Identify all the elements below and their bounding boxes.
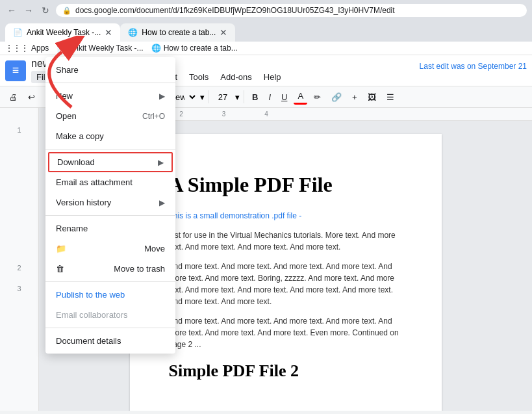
- file-menu-dropdown: Share New ▶ Open Ctrl+O Make a copy Down…: [45, 57, 175, 354]
- url-text: docs.google.com/document/d/1fkz69KeIDBUf…: [75, 6, 395, 15]
- move-icon: 📁: [56, 244, 66, 253]
- bookmarks-bar: ⋮⋮⋮ Apps 📄 Ankit Weekly Task -... 🌐 How …: [0, 42, 532, 55]
- bookmark-apps-label: Apps: [31, 44, 49, 53]
- page-num-3: 3: [17, 285, 21, 292]
- separator-5: [45, 328, 175, 328]
- font-dropdown-arrow[interactable]: ▾: [200, 92, 205, 102]
- new-label: New: [56, 91, 73, 101]
- insert-button[interactable]: +: [348, 90, 361, 104]
- tab-label-1: Ankit Weekly Task -...: [27, 28, 101, 37]
- move-label: Move: [144, 244, 165, 253]
- font-size-input[interactable]: [213, 92, 233, 102]
- doc-heading-2: Simple PDF File 2: [169, 358, 403, 383]
- underline-button[interactable]: U: [277, 90, 291, 104]
- bookmark-2[interactable]: 🌐 How to create a tab...: [151, 44, 238, 53]
- italic-button[interactable]: I: [264, 90, 275, 104]
- bookmark-apps[interactable]: ⋮⋮⋮ Apps: [5, 44, 49, 53]
- download-label: Download: [57, 157, 95, 167]
- tab-favicon-2: 🌐: [128, 28, 138, 37]
- reload-button[interactable]: ↻: [39, 4, 52, 17]
- doc-para-1: just for use in the Virtual Mechanics tu…: [169, 229, 403, 253]
- bookmark-1[interactable]: 📄 Ankit Weekly Task -...: [57, 44, 143, 53]
- tab-close-1[interactable]: ✕: [105, 27, 112, 38]
- version-history-label: Version history: [56, 198, 111, 207]
- browser-nav: ← → ↻ 🔒 docs.google.com/document/d/1fkz6…: [5, 4, 527, 17]
- menu-item-doc-details[interactable]: Document details: [45, 331, 175, 351]
- separator-4: [45, 281, 175, 282]
- trash-icon: 🗑: [56, 264, 64, 274]
- bookmark-2-favicon: 🌐: [151, 44, 161, 53]
- menu-item-email-attachment[interactable]: Email as attachment: [45, 172, 175, 192]
- menu-item-download[interactable]: Download ▶: [48, 152, 173, 172]
- last-edit-link[interactable]: Last edit was on September 21: [420, 62, 527, 71]
- separator-3: [45, 215, 175, 216]
- back-button[interactable]: ←: [5, 4, 18, 17]
- browser-chrome: ← → ↻ 🔒 docs.google.com/document/d/1fkz6…: [0, 0, 532, 55]
- gdocs-logo: ≡: [5, 60, 26, 81]
- highlight-button[interactable]: ✏: [310, 90, 325, 104]
- download-arrow: ▶: [158, 158, 164, 167]
- email-attachment-label: Email as attachment: [56, 177, 133, 187]
- page-sidebar: 1 2 3: [0, 108, 39, 411]
- tab-label-2: How to create a tab...: [142, 28, 216, 37]
- print-button[interactable]: 🖨: [5, 90, 21, 104]
- address-bar[interactable]: 🔒 docs.google.com/document/d/1fkz69KeIDB…: [56, 4, 527, 17]
- menu-item-email-collab: Email collaborators: [45, 305, 175, 325]
- apps-grid-icon: ⋮⋮⋮: [5, 44, 29, 53]
- doc-details-label: Document details: [56, 336, 121, 346]
- share-label: Share: [56, 65, 79, 75]
- version-arrow: ▶: [159, 198, 165, 207]
- menu-item-share[interactable]: Share: [45, 60, 175, 80]
- divider-4: [244, 90, 244, 103]
- new-arrow: ▶: [159, 92, 165, 101]
- tab-2[interactable]: 🌐 How to create a tab... ✕: [120, 23, 235, 42]
- lock-icon: 🔒: [62, 6, 71, 15]
- menu-item-version-history[interactable]: Version history ▶: [45, 192, 175, 213]
- menu-tools[interactable]: Tools: [184, 71, 214, 83]
- page-num-2: 2: [17, 264, 21, 272]
- menu-item-new[interactable]: New ▶: [45, 86, 175, 106]
- image-button[interactable]: 🖼: [364, 90, 380, 104]
- align-button[interactable]: ☰: [383, 90, 398, 104]
- email-collab-label: Email collaborators: [56, 310, 128, 320]
- doc-para-2: And more text. And more text. And more t…: [169, 261, 403, 307]
- font-color-button[interactable]: A: [294, 89, 307, 105]
- divider-3: [209, 90, 209, 103]
- bookmark-2-label: How to create a tab...: [164, 44, 238, 53]
- bookmark-1-favicon: 📄: [57, 44, 66, 53]
- menu-item-open[interactable]: Open Ctrl+O: [45, 106, 175, 126]
- tab-active[interactable]: 📄 Ankit Weekly Task -... ✕: [5, 23, 120, 42]
- move-trash-label: Move to trash: [114, 264, 165, 274]
- doc-body: This is a small demonstration .pdf file …: [169, 210, 403, 383]
- rename-label: Rename: [56, 224, 88, 233]
- doc-para-3: And more text. And more text. And more t…: [169, 315, 403, 350]
- size-dropdown-arrow[interactable]: ▾: [235, 92, 240, 102]
- make-copy-label: Make a copy: [56, 131, 104, 141]
- gdocs-logo-icon: ≡: [12, 64, 19, 77]
- menu-item-rename[interactable]: Rename: [45, 218, 175, 239]
- menu-help[interactable]: Help: [259, 71, 286, 83]
- link-button[interactable]: 🔗: [327, 90, 346, 104]
- bold-button[interactable]: B: [248, 90, 262, 104]
- bookmark-1-label: Ankit Weekly Task -...: [69, 44, 143, 53]
- doc-page: A Simple PDF File This is a small demons…: [130, 134, 442, 411]
- tabs-bar: 📄 Ankit Weekly Task -... ✕ 🌐 How to crea…: [5, 23, 527, 42]
- separator-1: [45, 83, 175, 83]
- doc-blue-text: This is a small demonstration .pdf file …: [169, 210, 403, 222]
- menu-item-move-trash[interactable]: 🗑 Move to trash: [45, 259, 175, 279]
- menu-item-make-copy[interactable]: Make a copy: [45, 126, 175, 146]
- page-num-1: 1: [17, 126, 21, 134]
- open-label: Open: [56, 111, 77, 121]
- doc-heading-1: A Simple PDF File: [169, 173, 403, 197]
- menu-addons[interactable]: Add-ons: [215, 71, 257, 83]
- separator-2: [45, 149, 175, 149]
- tab-close-2[interactable]: ✕: [220, 27, 227, 38]
- publish-web-label: Publish to the web: [56, 290, 125, 300]
- open-shortcut: Ctrl+O: [142, 112, 165, 121]
- menu-item-publish-web[interactable]: Publish to the web: [45, 285, 175, 305]
- undo-button[interactable]: ↩: [24, 90, 39, 104]
- tab-favicon-1: 📄: [13, 28, 23, 37]
- menu-item-move[interactable]: 📁 Move: [45, 239, 175, 259]
- forward-button[interactable]: →: [22, 4, 35, 17]
